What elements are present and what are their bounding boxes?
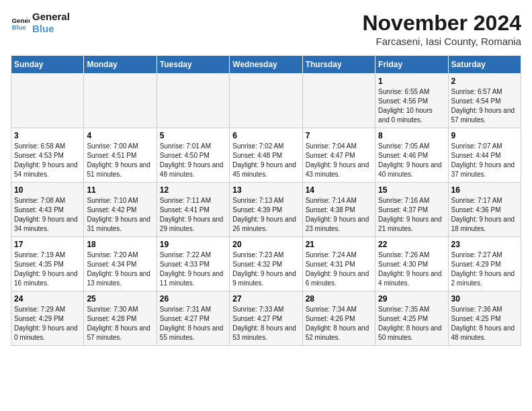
calendar-cell: 20Sunrise: 7:23 AM Sunset: 4:32 PM Dayli…: [230, 237, 302, 291]
calendar-cell: 21Sunrise: 7:24 AM Sunset: 4:31 PM Dayli…: [302, 237, 375, 291]
calendar-cell: [157, 74, 229, 128]
logo-line1: General: [32, 11, 70, 23]
day-number: 1: [378, 77, 445, 86]
day-info: Sunrise: 7:29 AM Sunset: 4:29 PM Dayligh…: [14, 305, 81, 342]
calendar-cell: 27Sunrise: 7:33 AM Sunset: 4:27 PM Dayli…: [230, 291, 302, 346]
day-info: Sunrise: 7:05 AM Sunset: 4:46 PM Dayligh…: [378, 142, 445, 179]
day-number: 12: [160, 185, 226, 195]
day-number: 13: [232, 185, 299, 195]
day-number: 21: [306, 240, 372, 249]
location: Farcaseni, Iasi County, Romania: [362, 36, 521, 47]
calendar-cell: 17Sunrise: 7:19 AM Sunset: 4:35 PM Dayli…: [11, 237, 84, 291]
day-info: Sunrise: 6:57 AM Sunset: 4:54 PM Dayligh…: [451, 87, 518, 125]
calendar-cell: 14Sunrise: 7:14 AM Sunset: 4:38 PM Dayli…: [302, 183, 375, 237]
calendar-cell: 12Sunrise: 7:11 AM Sunset: 4:41 PM Dayli…: [157, 183, 229, 237]
week-row-3: 10Sunrise: 7:08 AM Sunset: 4:43 PM Dayli…: [11, 183, 521, 237]
week-row-5: 24Sunrise: 7:29 AM Sunset: 4:29 PM Dayli…: [11, 291, 521, 346]
day-number: 27: [232, 294, 299, 304]
calendar-cell: 22Sunrise: 7:26 AM Sunset: 4:30 PM Dayli…: [375, 237, 448, 291]
day-info: Sunrise: 7:04 AM Sunset: 4:47 PM Dayligh…: [306, 142, 372, 179]
logo-line2: Blue: [32, 23, 70, 35]
calendar-cell: [11, 74, 84, 128]
day-info: Sunrise: 7:17 AM Sunset: 4:36 PM Dayligh…: [451, 196, 518, 234]
day-info: Sunrise: 7:16 AM Sunset: 4:37 PM Dayligh…: [378, 196, 445, 234]
calendar-cell: 3Sunrise: 6:58 AM Sunset: 4:53 PM Daylig…: [11, 128, 84, 183]
day-number: 15: [378, 185, 445, 195]
calendar-cell: 25Sunrise: 7:30 AM Sunset: 4:28 PM Dayli…: [84, 291, 157, 346]
day-number: 10: [14, 185, 81, 195]
day-number: 29: [378, 294, 445, 304]
day-number: 4: [87, 131, 153, 140]
day-number: 28: [306, 294, 372, 304]
day-info: Sunrise: 7:10 AM Sunset: 4:42 PM Dayligh…: [87, 196, 153, 234]
calendar-cell: 2Sunrise: 6:57 AM Sunset: 4:54 PM Daylig…: [448, 74, 521, 128]
calendar-cell: 4Sunrise: 7:00 AM Sunset: 4:51 PM Daylig…: [84, 128, 157, 183]
header: General Blue General Blue November 2024 …: [11, 11, 521, 47]
day-info: Sunrise: 7:35 AM Sunset: 4:25 PM Dayligh…: [378, 305, 445, 342]
day-info: Sunrise: 6:58 AM Sunset: 4:53 PM Dayligh…: [14, 142, 81, 179]
day-number: 8: [378, 131, 445, 140]
calendar-cell: [230, 74, 302, 128]
calendar-cell: 28Sunrise: 7:34 AM Sunset: 4:26 PM Dayli…: [302, 291, 375, 346]
day-number: 30: [451, 294, 518, 304]
day-number: 17: [14, 240, 81, 249]
calendar-cell: 8Sunrise: 7:05 AM Sunset: 4:46 PM Daylig…: [375, 128, 448, 183]
calendar-header-row: SundayMondayTuesdayWednesdayThursdayFrid…: [11, 56, 521, 74]
day-number: 19: [160, 240, 226, 249]
day-info: Sunrise: 7:19 AM Sunset: 4:35 PM Dayligh…: [14, 250, 81, 288]
day-number: 23: [451, 240, 518, 249]
calendar-cell: [84, 74, 157, 128]
calendar-cell: 10Sunrise: 7:08 AM Sunset: 4:43 PM Dayli…: [11, 183, 84, 237]
calendar-cell: 15Sunrise: 7:16 AM Sunset: 4:37 PM Dayli…: [375, 183, 448, 237]
calendar-cell: 29Sunrise: 7:35 AM Sunset: 4:25 PM Dayli…: [375, 291, 448, 346]
calendar-cell: 30Sunrise: 7:36 AM Sunset: 4:25 PM Dayli…: [448, 291, 521, 346]
day-number: 5: [160, 131, 226, 140]
day-info: Sunrise: 7:02 AM Sunset: 4:48 PM Dayligh…: [232, 142, 299, 179]
day-info: Sunrise: 7:31 AM Sunset: 4:27 PM Dayligh…: [160, 305, 226, 342]
column-header-wednesday: Wednesday: [230, 56, 302, 74]
column-header-sunday: Sunday: [11, 56, 84, 74]
logo-icon: General Blue: [11, 13, 30, 32]
column-header-saturday: Saturday: [448, 56, 521, 74]
logo: General Blue General Blue: [11, 11, 70, 35]
day-info: Sunrise: 7:33 AM Sunset: 4:27 PM Dayligh…: [232, 305, 299, 342]
column-header-thursday: Thursday: [302, 56, 375, 74]
calendar-cell: 5Sunrise: 7:01 AM Sunset: 4:50 PM Daylig…: [157, 128, 229, 183]
day-number: 6: [232, 131, 299, 140]
day-info: Sunrise: 7:22 AM Sunset: 4:33 PM Dayligh…: [160, 250, 226, 288]
calendar-cell: 13Sunrise: 7:13 AM Sunset: 4:39 PM Dayli…: [230, 183, 302, 237]
day-number: 24: [14, 294, 81, 304]
calendar-cell: 18Sunrise: 7:20 AM Sunset: 4:34 PM Dayli…: [84, 237, 157, 291]
calendar-cell: 1Sunrise: 6:55 AM Sunset: 4:56 PM Daylig…: [375, 74, 448, 128]
day-info: Sunrise: 7:01 AM Sunset: 4:50 PM Dayligh…: [160, 142, 226, 179]
calendar-cell: 6Sunrise: 7:02 AM Sunset: 4:48 PM Daylig…: [230, 128, 302, 183]
day-number: 2: [451, 77, 518, 86]
calendar-cell: 24Sunrise: 7:29 AM Sunset: 4:29 PM Dayli…: [11, 291, 84, 346]
day-info: Sunrise: 7:24 AM Sunset: 4:31 PM Dayligh…: [306, 250, 372, 288]
calendar-cell: 7Sunrise: 7:04 AM Sunset: 4:47 PM Daylig…: [302, 128, 375, 183]
calendar-cell: 9Sunrise: 7:07 AM Sunset: 4:44 PM Daylig…: [448, 128, 521, 183]
day-number: 11: [87, 185, 153, 195]
week-row-4: 17Sunrise: 7:19 AM Sunset: 4:35 PM Dayli…: [11, 237, 521, 291]
svg-text:Blue: Blue: [11, 24, 26, 31]
day-info: Sunrise: 7:27 AM Sunset: 4:29 PM Dayligh…: [451, 250, 518, 288]
day-number: 14: [306, 185, 372, 195]
day-info: Sunrise: 7:13 AM Sunset: 4:39 PM Dayligh…: [232, 196, 299, 234]
week-row-2: 3Sunrise: 6:58 AM Sunset: 4:53 PM Daylig…: [11, 128, 521, 183]
column-header-friday: Friday: [375, 56, 448, 74]
title-area: November 2024 Farcaseni, Iasi County, Ro…: [362, 11, 521, 47]
day-info: Sunrise: 7:14 AM Sunset: 4:38 PM Dayligh…: [306, 196, 372, 234]
day-number: 25: [87, 294, 153, 304]
week-row-1: 1Sunrise: 6:55 AM Sunset: 4:56 PM Daylig…: [11, 74, 521, 128]
day-info: Sunrise: 7:34 AM Sunset: 4:26 PM Dayligh…: [306, 305, 372, 342]
day-number: 22: [378, 240, 445, 249]
day-info: Sunrise: 7:20 AM Sunset: 4:34 PM Dayligh…: [87, 250, 153, 288]
month-title: November 2024: [362, 11, 521, 36]
calendar-cell: 23Sunrise: 7:27 AM Sunset: 4:29 PM Dayli…: [448, 237, 521, 291]
calendar-cell: 16Sunrise: 7:17 AM Sunset: 4:36 PM Dayli…: [448, 183, 521, 237]
day-number: 26: [160, 294, 226, 304]
calendar-cell: [302, 74, 375, 128]
day-number: 18: [87, 240, 153, 249]
day-info: Sunrise: 7:07 AM Sunset: 4:44 PM Dayligh…: [451, 142, 518, 179]
column-header-tuesday: Tuesday: [157, 56, 229, 74]
